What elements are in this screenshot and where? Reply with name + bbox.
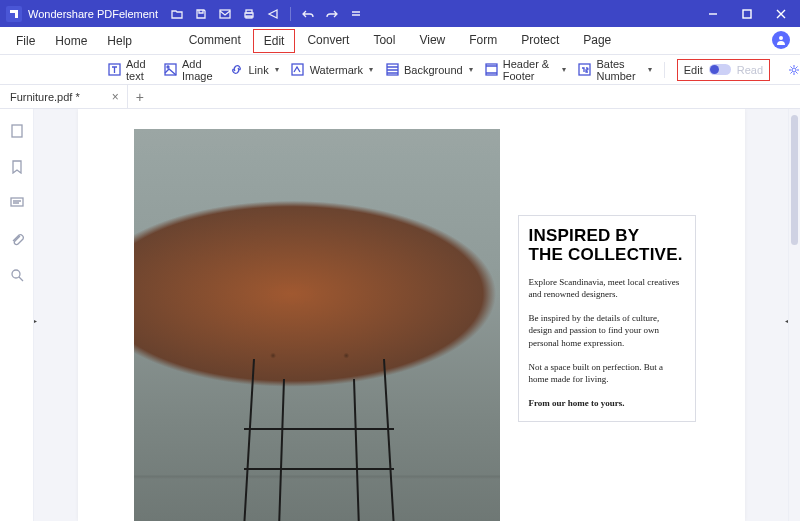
tool-add-image[interactable]: Add Image [164, 58, 217, 82]
divider [664, 62, 665, 78]
svg-rect-0 [220, 10, 230, 18]
app-logo-icon [6, 6, 22, 22]
svg-rect-9 [292, 64, 303, 75]
tab-label: Furniture.pdf * [10, 91, 80, 103]
svg-point-8 [167, 66, 169, 68]
chevron-down-icon: ▾ [562, 65, 566, 74]
tool-label: Background [404, 64, 463, 76]
tool-bates-number[interactable]: Bates Number▾ [578, 58, 652, 82]
toggle-switch-icon[interactable] [709, 64, 731, 75]
share-icon[interactable] [266, 7, 280, 21]
bates-icon [578, 63, 591, 77]
settings-icon[interactable] [788, 62, 800, 78]
menu-help[interactable]: Help [97, 27, 142, 55]
heading-line2: THE COLLECTIVE. [529, 245, 685, 264]
menu-convert[interactable]: Convert [295, 29, 361, 53]
menu-form[interactable]: Form [457, 29, 509, 53]
menu-page[interactable]: Page [571, 29, 623, 53]
menu-home[interactable]: Home [45, 27, 97, 55]
maximize-button[interactable] [740, 7, 754, 21]
comment-panel-icon[interactable] [9, 195, 25, 211]
tool-label: Bates Number [596, 58, 642, 82]
menu-bar: File Home Help Comment Edit Convert Tool… [0, 27, 800, 55]
document-image [134, 129, 500, 521]
open-icon[interactable] [170, 7, 184, 21]
tool-label: Add text [126, 58, 152, 82]
svg-rect-2 [246, 10, 252, 13]
menu-comment[interactable]: Comment [177, 29, 253, 53]
panel-handle-left-icon[interactable]: ▸ [34, 315, 37, 326]
quick-access-more-icon[interactable] [349, 7, 363, 21]
search-icon[interactable] [9, 267, 25, 283]
menu-view[interactable]: View [407, 29, 457, 53]
bookmark-icon[interactable] [9, 159, 25, 175]
menu-tool[interactable]: Tool [361, 29, 407, 53]
chevron-down-icon: ▾ [275, 65, 279, 74]
edit-read-mode-toggle[interactable]: Edit Read [677, 59, 770, 81]
left-sidebar [0, 109, 34, 521]
chevron-down-icon: ▾ [369, 65, 373, 74]
document-tab-bar: Furniture.pdf * × + [0, 85, 800, 109]
quick-access-toolbar [170, 7, 363, 21]
divider [290, 7, 291, 21]
thumbnails-icon[interactable] [9, 123, 25, 139]
link-icon [229, 63, 243, 77]
chevron-down-icon: ▾ [648, 65, 652, 74]
svg-point-16 [12, 270, 20, 278]
tool-watermark[interactable]: Watermark▾ [291, 63, 373, 77]
watermark-icon [291, 63, 305, 77]
pdf-page[interactable]: INSPIRED BY THE COLLECTIVE. Explore Scan… [78, 109, 745, 521]
user-avatar-icon[interactable] [772, 31, 790, 49]
redo-icon[interactable] [325, 7, 339, 21]
document-text-block: INSPIRED BY THE COLLECTIVE. Explore Scan… [518, 215, 696, 422]
new-tab-button[interactable]: + [128, 85, 152, 108]
tool-link[interactable]: Link▾ [229, 63, 278, 77]
document-tab[interactable]: Furniture.pdf * × [0, 85, 128, 108]
tool-add-text[interactable]: Add text [108, 58, 152, 82]
undo-icon[interactable] [301, 7, 315, 21]
heading-line1: INSPIRED BY [529, 226, 685, 245]
tool-header-footer[interactable]: Header & Footer▾ [485, 58, 567, 82]
svg-rect-4 [743, 10, 751, 18]
mail-icon[interactable] [218, 7, 232, 21]
tool-label: Link [248, 64, 268, 76]
header-footer-icon [485, 63, 498, 77]
tab-close-icon[interactable]: × [112, 90, 119, 104]
mode-edit-label: Edit [684, 64, 703, 76]
text-icon [108, 63, 121, 77]
paragraph-2: Be inspired by the details of culture, d… [529, 312, 685, 348]
app-title: Wondershare PDFelement [28, 8, 158, 20]
chevron-down-icon: ▾ [469, 65, 473, 74]
background-icon [385, 63, 399, 77]
tool-background[interactable]: Background▾ [385, 63, 473, 77]
minimize-button[interactable] [706, 7, 720, 21]
title-bar: Wondershare PDFelement [0, 0, 800, 27]
close-button[interactable] [774, 7, 788, 21]
paragraph-3: Not a space built on perfection. But a h… [529, 361, 685, 385]
document-canvas[interactable]: ▸ INSPIRED BY THE COLLECTIVE. Explore Sc… [34, 109, 788, 521]
work-area: ▸ INSPIRED BY THE COLLECTIVE. Explore Sc… [0, 109, 800, 521]
svg-rect-14 [12, 125, 22, 137]
tool-label: Watermark [310, 64, 363, 76]
svg-point-13 [792, 68, 796, 72]
edit-toolbar: Add text Add Image Link▾ Watermark▾ Back… [0, 55, 800, 85]
save-icon[interactable] [194, 7, 208, 21]
svg-rect-15 [11, 198, 23, 206]
paragraph-1: Explore Scandinavia, meet local creative… [529, 276, 685, 300]
menu-file[interactable]: File [6, 27, 45, 55]
menu-protect[interactable]: Protect [509, 29, 571, 53]
tool-label: Add Image [182, 58, 217, 82]
mode-read-label: Read [737, 64, 763, 76]
image-icon [164, 63, 177, 77]
paragraph-4: From our home to yours. [529, 397, 685, 409]
tool-label: Header & Footer [503, 58, 557, 82]
menu-edit[interactable]: Edit [253, 29, 296, 53]
print-icon[interactable] [242, 7, 256, 21]
attachment-icon[interactable] [9, 231, 25, 247]
scrollbar-thumb[interactable] [791, 115, 798, 245]
vertical-scrollbar[interactable] [788, 109, 800, 521]
svg-point-5 [779, 36, 783, 40]
